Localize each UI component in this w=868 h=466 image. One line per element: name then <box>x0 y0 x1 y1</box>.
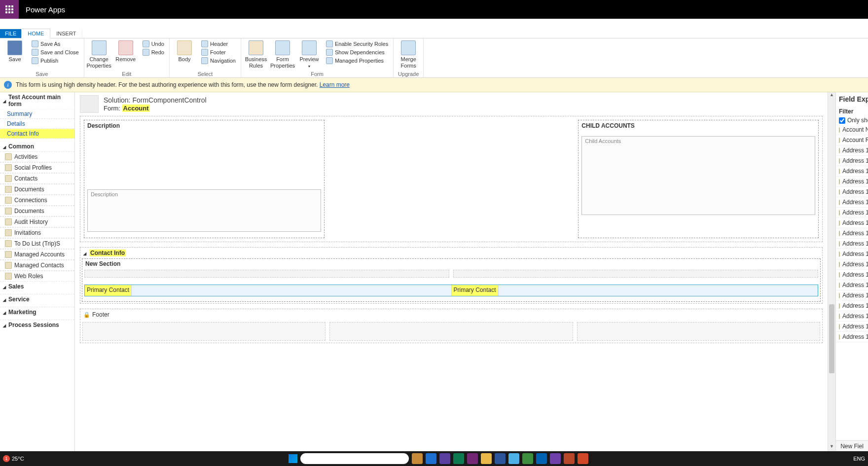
nav-item[interactable]: Connections <box>0 195 74 206</box>
description-section[interactable]: Description Description <box>84 120 325 238</box>
nav-item[interactable]: Documents <box>0 206 74 216</box>
child-accounts-subgrid[interactable]: Child Accounts <box>581 136 815 215</box>
field-list-item[interactable]: Address 1: <box>836 322 868 332</box>
field-list-item[interactable]: Address 1: <box>836 197 868 208</box>
footer-section[interactable]: 🔒Footer <box>80 309 823 343</box>
save-button[interactable]: Save <box>3 39 27 63</box>
nav-item[interactable]: Contacts <box>0 173 74 184</box>
field-list-item[interactable]: Address 1: <box>836 280 868 290</box>
form-tabs-header[interactable]: Test Account main form <box>0 92 74 109</box>
app-launcher-button[interactable] <box>0 0 19 19</box>
publish-button[interactable]: Publish <box>30 57 81 65</box>
taskbar-app-icon[interactable] <box>508 453 519 464</box>
scroll-down-arrow[interactable]: ▼ <box>828 444 835 452</box>
preview-button[interactable]: Preview▾ <box>297 39 321 69</box>
nav-item[interactable]: Web Roles <box>0 271 74 282</box>
start-button[interactable] <box>289 454 297 463</box>
field-list-item[interactable]: Address 1: <box>836 239 868 249</box>
navigation-button[interactable]: Navigation <box>199 57 238 65</box>
canvas-scrollbar[interactable]: ▲ ▼ <box>828 92 835 452</box>
nav-item[interactable]: To Do List (Trip)S <box>0 238 74 249</box>
remove-button[interactable]: Remove <box>114 39 138 63</box>
footer-cell-3[interactable] <box>577 322 820 341</box>
taskbar-app-icon[interactable] <box>522 453 533 464</box>
undo-button[interactable]: Undo <box>141 40 166 48</box>
nav-item[interactable]: Invitations <box>0 227 74 238</box>
only-show-unused-row[interactable]: Only sho <box>836 116 868 125</box>
empty-cell[interactable] <box>84 270 449 278</box>
header-button[interactable]: Header <box>199 40 238 48</box>
enable-security-roles-button[interactable]: Enable Security Roles <box>324 40 390 48</box>
empty-cell[interactable] <box>453 270 818 278</box>
taskbar-app-icon[interactable] <box>453 453 464 464</box>
form-properties-button[interactable]: Form Properties <box>271 39 294 69</box>
merge-forms-button[interactable]: Merge Forms <box>397 39 420 69</box>
nav-tab-contact-info[interactable]: Contact Info <box>0 129 74 139</box>
nav-item[interactable]: Documents <box>0 184 74 195</box>
learn-more-link[interactable]: Learn more <box>320 81 350 88</box>
nav-tab-details[interactable]: Details <box>0 119 74 129</box>
taskbar-app-icon[interactable] <box>481 453 492 464</box>
save-and-close-button[interactable]: Save and Close <box>30 48 81 56</box>
primary-contact-field-row[interactable]: Primary Contact Primary Contact <box>84 285 818 296</box>
taskbar-app-icon[interactable] <box>467 453 478 464</box>
field-list-item[interactable]: Address 1: <box>836 332 868 342</box>
show-dependencies-button[interactable]: Show Dependencies <box>324 48 390 56</box>
nav-process-sessions-header[interactable]: Process Sessions <box>0 320 74 330</box>
scroll-up-arrow[interactable]: ▲ <box>828 92 835 100</box>
nav-item[interactable]: Social Profiles <box>0 162 74 173</box>
field-list-item[interactable]: Address 1: <box>836 208 868 218</box>
tab-insert[interactable]: INSERT <box>50 29 82 38</box>
business-rules-button[interactable]: Business Rules <box>244 39 268 69</box>
field-list-item[interactable]: Address 1: <box>836 166 868 177</box>
nav-common-header[interactable]: Common <box>0 142 74 151</box>
tab-file[interactable]: FILE <box>0 29 21 38</box>
nav-item[interactable]: Managed Accounts <box>0 249 74 260</box>
tab-home[interactable]: HOME <box>21 29 50 38</box>
body-button[interactable]: Body <box>173 39 196 63</box>
only-show-checkbox[interactable] <box>839 117 845 124</box>
nav-service-header[interactable]: Service <box>0 294 74 304</box>
field-list-item[interactable]: Address 1: <box>836 228 868 239</box>
form-canvas[interactable]: Solution: FormComponentControl Form: Acc… <box>75 92 835 452</box>
nav-marketing-header[interactable]: Marketing <box>0 307 74 317</box>
field-list-item[interactable]: Account Ra <box>836 135 868 145</box>
weather-widget[interactable]: 1 25°C <box>3 455 24 462</box>
child-accounts-section[interactable]: CHILD ACCOUNTS Child Accounts <box>578 120 819 238</box>
redo-button[interactable]: Redo <box>141 48 166 56</box>
nav-item[interactable]: Audit History <box>0 216 74 227</box>
language-indicator[interactable]: ENG <box>853 456 865 462</box>
field-list-item[interactable]: Address 1: <box>836 301 868 311</box>
save-as-button[interactable]: Save As <box>30 40 81 48</box>
taskbar-app-icon[interactable] <box>495 453 506 464</box>
field-list-item[interactable]: Address 1: <box>836 156 868 166</box>
description-field[interactable]: Description <box>87 189 321 232</box>
managed-properties-button[interactable]: Managed Properties <box>324 57 390 65</box>
taskbar-search[interactable] <box>300 453 409 464</box>
field-list-item[interactable]: Address 1: <box>836 218 868 228</box>
new-field-button[interactable]: New Fiel <box>836 440 868 452</box>
change-properties-button[interactable]: Change Properties <box>87 39 111 69</box>
field-list-item[interactable]: Address 1: <box>836 145 868 156</box>
nav-item[interactable]: Managed Contacts <box>0 260 74 271</box>
contact-info-section[interactable]: New Section Primary Contact Primary Cont… <box>82 258 821 302</box>
nav-item[interactable]: Activities <box>0 151 74 162</box>
nav-tab-summary[interactable]: Summary <box>0 109 74 119</box>
field-list-item[interactable]: Address 1: <box>836 259 868 270</box>
taskbar-app-icon[interactable] <box>412 453 423 464</box>
field-list-item[interactable]: Address 1: <box>836 290 868 301</box>
taskbar-app-icon[interactable] <box>550 453 561 464</box>
field-list-item[interactable]: Address 1: <box>836 187 868 197</box>
taskbar-app-icon[interactable] <box>536 453 547 464</box>
taskbar-app-icon[interactable] <box>439 453 450 464</box>
field-list-item[interactable]: Account N <box>836 125 868 135</box>
taskbar-app-icon[interactable] <box>426 453 436 464</box>
tab-details-section[interactable]: Description Description CHILD ACCOUNTS C… <box>80 116 823 242</box>
contact-info-tab-header[interactable]: Contact Info <box>80 248 822 258</box>
footer-button[interactable]: Footer <box>199 48 238 56</box>
field-list-item[interactable]: Address 1: <box>836 311 868 322</box>
tab-contact-info[interactable]: Contact Info New Section Primary Contact… <box>80 247 823 304</box>
footer-cell-2[interactable] <box>329 322 573 341</box>
nav-sales-header[interactable]: Sales <box>0 282 74 291</box>
field-list-item[interactable]: Address 1: <box>836 249 868 259</box>
